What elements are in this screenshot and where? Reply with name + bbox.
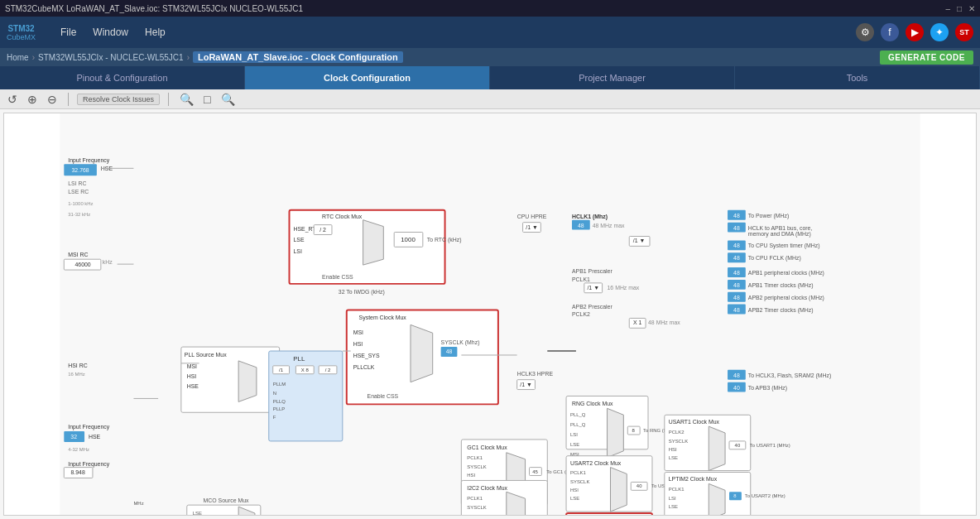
- svg-text:HSE_SYS: HSE_SYS: [353, 353, 380, 359]
- svg-text:PCLK1: PCLK1: [570, 471, 586, 476]
- svg-rect-53: [269, 351, 343, 441]
- svg-text:I2C2 Clock Mux: I2C2 Clock Mux: [467, 485, 507, 491]
- maximize-btn[interactable]: □: [957, 4, 962, 13]
- main-content: Input Frequency 32.768 HSE LSI RC LSE RC…: [0, 109, 980, 519]
- menu-help[interactable]: Help: [145, 26, 166, 38]
- zoom-icon[interactable]: 🔍: [219, 93, 238, 106]
- svg-text:PLL_Q: PLL_Q: [570, 412, 586, 417]
- svg-text:LSE: LSE: [570, 442, 579, 447]
- svg-text:LSI: LSI: [669, 496, 676, 501]
- svg-text:SYSCLK: SYSCLK: [467, 464, 486, 469]
- svg-marker-52: [238, 361, 257, 401]
- svg-text:31-32 kHz: 31-32 kHz: [68, 212, 90, 217]
- breadcrumb-current[interactable]: LoRaWAN_AT_Slave.ioc - Clock Configurati…: [193, 51, 403, 63]
- svg-text:System Clock Mux: System Clock Mux: [359, 315, 407, 321]
- svg-text:PCLK2: PCLK2: [669, 430, 685, 435]
- svg-text:F: F: [273, 415, 276, 420]
- svg-text:48: 48: [733, 255, 740, 261]
- generate-code-button[interactable]: GENERATE CODE: [880, 50, 973, 65]
- svg-text:LSI: LSI: [570, 432, 578, 437]
- svg-text:To RTC (kHz): To RTC (kHz): [427, 237, 462, 243]
- breadcrumb-device[interactable]: STM32WL55JCIx - NUCLEC-WL55JC1: [38, 53, 184, 62]
- svg-text:48: 48: [733, 270, 740, 276]
- window-controls[interactable]: – □ ✕: [945, 4, 975, 13]
- svg-text:PLL Source Mux: PLL Source Mux: [185, 352, 227, 358]
- svg-text:APB1 Timer clocks (MHz): APB1 Timer clocks (MHz): [748, 282, 814, 289]
- zoom-out-icon[interactable]: ⊖: [45, 93, 60, 106]
- svg-text:APB1 peripheral clocks (MHz): APB1 peripheral clocks (MHz): [748, 270, 824, 276]
- svg-text:PLLM: PLLM: [273, 382, 286, 387]
- svg-text:RNG Clock Mux: RNG Clock Mux: [572, 401, 613, 406]
- svg-text:SYSCLK (Mhz): SYSCLK (Mhz): [441, 339, 480, 346]
- svg-rect-175: [566, 513, 652, 515]
- svg-text:Input Frequency: Input Frequency: [68, 157, 109, 164]
- svg-text:/1: /1: [279, 368, 283, 372]
- svg-text:To USART2 (MHz): To USART2 (MHz): [745, 493, 785, 498]
- breadcrumb-sep-2: ›: [187, 53, 190, 62]
- toolbar-separator: [68, 93, 69, 106]
- svg-text:To Power (MHz): To Power (MHz): [748, 213, 790, 219]
- facebook-icon[interactable]: f: [881, 23, 899, 41]
- svg-text:RTC Clock Mux: RTC Clock Mux: [322, 214, 363, 219]
- svg-marker-126: [608, 408, 624, 457]
- svg-text:Input Frequency: Input Frequency: [68, 461, 109, 468]
- settings-icon[interactable]: ⚙: [856, 23, 874, 41]
- svg-text:48: 48: [578, 223, 584, 228]
- svg-text:LSE: LSE: [193, 511, 202, 515]
- svg-text:APB2 Prescaler: APB2 Prescaler: [572, 304, 612, 310]
- svg-marker-42: [411, 324, 433, 382]
- clock-diagram[interactable]: Input Frequency 32.768 HSE LSI RC LSE RC…: [3, 113, 977, 516]
- twitter-icon[interactable]: ✦: [930, 23, 949, 41]
- diagram-svg: Input Frequency 32.768 HSE LSI RC LSE RC…: [4, 113, 976, 515]
- svg-text:APB2 Timer clocks (MHz): APB2 Timer clocks (MHz): [748, 307, 814, 314]
- svg-text:/1 ▼: /1 ▼: [587, 285, 599, 291]
- tab-pinout[interactable]: Pinout & Configuration: [0, 66, 245, 89]
- tab-clock[interactable]: Clock Configuration: [245, 66, 490, 89]
- svg-text:HSI: HSI: [570, 488, 579, 493]
- svg-text:APB1 Prescaler: APB1 Prescaler: [572, 268, 612, 274]
- resolve-clock-button[interactable]: Resolve Clock Issues: [77, 94, 160, 105]
- breadcrumb-home[interactable]: Home: [7, 53, 29, 62]
- svg-text:PLL_Q: PLL_Q: [570, 422, 586, 427]
- svg-text:MSI: MSI: [353, 329, 363, 335]
- minimize-btn[interactable]: –: [945, 4, 950, 13]
- svg-text:PLLCLK: PLLCLK: [353, 364, 375, 370]
- svg-text:SYSCLK: SYSCLK: [669, 439, 688, 444]
- svg-text:HSE: HSE: [187, 383, 199, 389]
- tab-tools[interactable]: Tools: [735, 66, 980, 89]
- toolbar-separator-2: [168, 93, 169, 106]
- svg-text:48 MHz max: 48 MHz max: [648, 320, 680, 325]
- svg-text:To CPU System timer (MHz): To CPU System timer (MHz): [748, 243, 820, 249]
- svg-text:46000: 46000: [74, 262, 90, 267]
- svg-text:48 MHz max: 48 MHz max: [593, 223, 625, 228]
- svg-text:40: 40: [733, 385, 740, 391]
- svg-text:16 MHz max: 16 MHz max: [608, 285, 640, 291]
- st-icon[interactable]: ST: [955, 23, 973, 41]
- zoom-in-icon[interactable]: ⊕: [25, 93, 40, 106]
- svg-text:SYSCLK: SYSCLK: [570, 479, 589, 484]
- tab-project-manager[interactable]: Project Manager: [490, 66, 735, 89]
- svg-text:Enable CSS: Enable CSS: [322, 274, 353, 280]
- svg-text:Enable CSS: Enable CSS: [368, 393, 399, 399]
- svg-text:48: 48: [733, 295, 740, 300]
- menu-file[interactable]: File: [60, 26, 76, 38]
- undo-icon[interactable]: ↺: [5, 93, 20, 106]
- svg-text:PLLP: PLLP: [273, 406, 286, 411]
- svg-text:MHz: MHz: [133, 501, 143, 506]
- svg-text:USART2 Clock Mux: USART2 Clock Mux: [570, 460, 622, 466]
- svg-text:48: 48: [733, 225, 740, 231]
- menu-window[interactable]: Window: [93, 26, 128, 38]
- svg-text:48: 48: [733, 243, 740, 248]
- svg-text:PCLK1: PCLK1: [669, 487, 685, 492]
- svg-text:LSE: LSE: [669, 504, 678, 509]
- svg-marker-162: [611, 468, 627, 512]
- svg-text:LSE RC: LSE RC: [68, 189, 89, 195]
- svg-text:memory and DMA (MHz): memory and DMA (MHz): [748, 231, 811, 238]
- search-icon[interactable]: 🔍: [177, 93, 196, 106]
- youtube-icon[interactable]: ▶: [906, 23, 924, 41]
- svg-text:8.948: 8.948: [70, 470, 84, 476]
- svg-text:1000: 1000: [401, 236, 416, 243]
- fit-icon[interactable]: □: [201, 93, 213, 106]
- close-btn[interactable]: ✕: [968, 4, 975, 13]
- svg-text:32.768: 32.768: [72, 167, 89, 173]
